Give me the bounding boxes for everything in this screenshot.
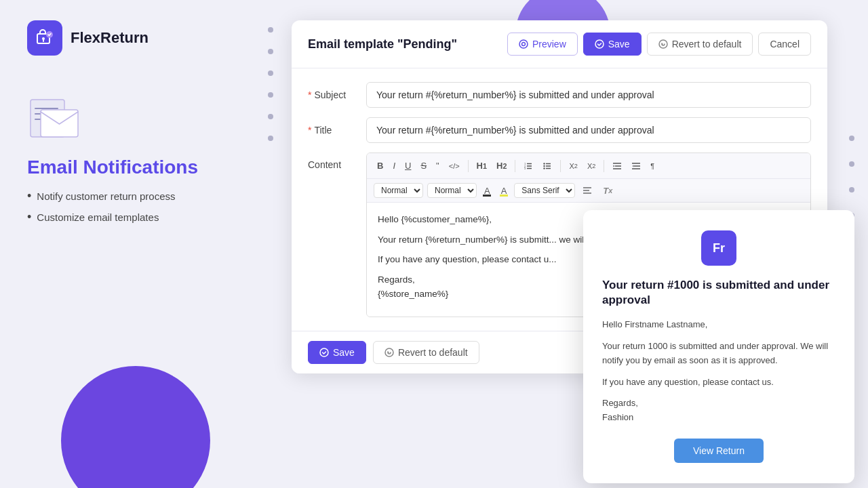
indent-button[interactable] [609,159,625,173]
left-panel: FlexReturn Email Notifications Notify cu… [0,0,285,488]
svg-point-9 [521,43,525,46]
toolbar-row-2: Normal Normal A A Sans Serif [367,179,810,203]
svg-point-33 [320,348,328,357]
revert-footer-icon [384,348,394,357]
email-illustration [27,96,258,143]
content-label: Content [308,152,355,170]
feature-item-2: Customize email templates [27,210,258,224]
toolbar-row-1: B I U S " </> H1 H2 1 [367,153,810,179]
ol-icon: 1 2 3 [524,161,533,171]
subject-input[interactable] [366,82,811,108]
size-select-1[interactable]: Normal [374,183,423,198]
nav-dot-1 [268,27,273,33]
right-dot-3 [849,187,854,192]
toolbar-sep-1 [468,160,469,172]
preview-logo-icon: Fr [701,230,736,266]
right-dot-2 [849,161,854,167]
right-dot-1 [849,136,854,141]
svg-point-20 [544,167,545,169]
outdent-icon [631,161,641,171]
subject-label: * Subject [308,89,355,100]
svg-point-19 [544,165,545,166]
preview-body-2: If you have any question, please contact… [602,375,835,389]
preview-icon [519,39,528,49]
svg-rect-7 [41,110,78,137]
preview-button[interactable]: Preview [507,33,578,56]
svg-text:3: 3 [524,167,526,170]
bold-button[interactable]: B [374,159,387,173]
h2-button[interactable]: H2 [493,159,510,173]
toolbar-sep-4 [604,160,604,172]
required-star: * [308,89,311,100]
title-row: * Title [308,117,811,143]
revert-button-footer[interactable]: Revert to default [373,341,479,364]
ul-icon [542,161,552,171]
svg-point-8 [519,40,528,48]
preview-email-title: Your return #1000 is submitted and under… [602,278,835,308]
h1-button[interactable]: H1 [473,159,490,173]
required-star-2: * [308,125,311,136]
ordered-list-button[interactable]: 1 2 3 [520,159,536,173]
align-button[interactable] [579,184,595,197]
email-preview-card: Fr Your return #1000 is submitted and un… [583,210,854,483]
outdent-button[interactable] [628,159,644,173]
envelope-icon [27,96,81,140]
decorative-circle-bottom [61,366,210,488]
feature-list: Notify customer return process Customize… [27,189,258,224]
nav-dot-3 [268,70,273,76]
view-return-button[interactable]: View Return [674,439,764,463]
font-family-select[interactable]: Sans Serif [514,183,575,198]
size-select-2[interactable]: Normal [427,183,477,198]
preview-body-1: Your return 1000 is submitted and under … [602,339,835,368]
logo-area: FlexReturn [27,20,258,56]
toolbar-sep-2 [515,160,515,172]
format-button[interactable]: ¶ [647,160,658,172]
italic-button[interactable]: I [389,159,399,173]
nav-dot-4 [268,92,273,98]
nav-dot-2 [268,49,273,54]
save-button-header[interactable]: Save [583,33,642,56]
dots-navigation [268,27,273,141]
underline-button[interactable]: U [401,159,414,173]
feature-item-1: Notify customer return process [27,189,258,203]
nav-dot-5 [268,114,273,119]
text-color-button[interactable]: A [481,184,494,198]
cancel-button[interactable]: Cancel [758,33,811,56]
indent-icon [612,161,622,171]
unordered-list-button[interactable] [539,159,555,173]
section-title: Email Notifications [27,157,258,178]
strikethrough-button[interactable]: S [417,159,430,173]
toolbar-sep-3 [560,160,561,172]
title-label: * Title [308,125,355,136]
blockquote-button[interactable]: " [433,159,443,173]
subject-row: * Subject [308,82,811,108]
bg-color-button[interactable]: A [498,184,511,198]
app-name: FlexReturn [71,29,149,47]
clear-format-button[interactable]: Tx [599,184,616,198]
code-button[interactable]: </> [446,160,463,172]
app-logo-icon [27,20,62,56]
title-input[interactable] [366,117,811,143]
subscript-button[interactable]: X2 [566,160,580,172]
save-icon [595,39,604,49]
revert-icon [658,39,668,49]
preview-regards: Regards, Fashion [602,396,835,425]
modal-header: Email template "Pending" Preview Save [292,20,827,68]
nav-dot-6 [268,136,273,141]
svg-point-10 [595,40,604,48]
svg-point-18 [544,163,545,164]
modal-title: Email template "Pending" [308,37,457,52]
save-footer-icon [319,348,329,357]
save-button-footer[interactable]: Save [308,341,366,364]
align-icon [583,186,592,195]
modal-actions: Preview Save Revert to default Cancel [507,33,811,56]
superscript-button[interactable]: X2 [584,160,599,172]
preview-greeting: Hello Firstname Lastname, [602,317,835,331]
revert-button-header[interactable]: Revert to default [647,33,753,56]
